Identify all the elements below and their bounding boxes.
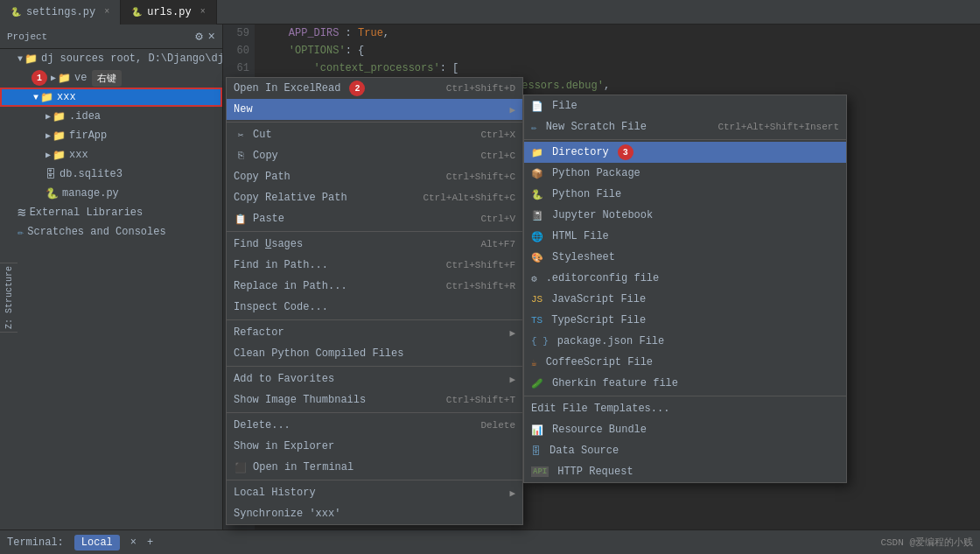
folder-icon-idea: 📁 <box>52 110 66 123</box>
resource-icon: 📊 <box>531 424 543 436</box>
menu-refactor[interactable]: Refactor ▶ <box>227 322 522 343</box>
submenu-resource-bundle[interactable]: 📊 Resource Bundle <box>524 419 846 440</box>
sidebar: Project ⚙ × ▼ 📁 dj sources root, D:\Djan… <box>0 25 223 554</box>
tab-close-urls[interactable]: × <box>200 7 206 17</box>
submenu-file-label: File <box>552 100 578 112</box>
submenu-coffee[interactable]: ☕ CoffeeScript File <box>524 352 846 373</box>
menu-find-usages-label: Find Usages <box>234 238 303 250</box>
menu-local-history[interactable]: Local History ▶ <box>227 482 522 503</box>
menu-add-favorites[interactable]: Add to Favorites ▶ <box>227 368 522 389</box>
submenu-gherkin[interactable]: 🥒 Gherkin feature file <box>524 373 846 394</box>
menu-synchronize[interactable]: Synchronize 'xxx' <box>227 503 522 524</box>
submenu-py-file[interactable]: 🐍 Python File <box>524 184 846 205</box>
submenu-html[interactable]: 🌐 HTML File <box>524 226 846 247</box>
sidebar-item-db[interactable]: 🗄 db.sqlite3 <box>0 165 222 184</box>
sidebar-item-extlibs[interactable]: ≋ External Libraries <box>0 203 222 222</box>
submenu-file[interactable]: 📄 File <box>524 95 846 116</box>
menu-find-in-path-shortcut: Ctrl+Shift+F <box>446 260 515 270</box>
right-click-label: 右键 <box>92 70 122 87</box>
line-num-59: 59 <box>223 25 249 42</box>
tab-close-settings[interactable]: × <box>104 7 109 17</box>
sidebar-item-firapp[interactable]: ▶ 📁 firApp <box>0 126 222 145</box>
menu-cut[interactable]: ✂ Cut Ctrl+X <box>227 124 522 145</box>
submenu-datasource[interactable]: 🗄 Data Source <box>524 440 846 461</box>
menu-open-terminal[interactable]: ⬛ Open in Terminal <box>227 457 522 478</box>
menu-find-in-path[interactable]: Find in Path... Ctrl+Shift+F <box>227 255 522 276</box>
sidebar-header: Project ⚙ × <box>0 25 222 49</box>
py-package-icon: 📦 <box>531 168 543 179</box>
submenu-jupyter[interactable]: 📓 Jupyter Notebook <box>524 205 846 226</box>
submenu-editorconfig[interactable]: ⚙ .editorconfig file <box>524 268 846 289</box>
menu-refactor-label: Refactor <box>234 326 284 339</box>
menu-copy[interactable]: ⎘ Copy Ctrl+C <box>227 145 522 166</box>
folder-icon-xxx: 📁 <box>40 91 53 104</box>
context-menu: Open In ExcelRead 2 Ctrl+Shift+D New ▶ ✂… <box>226 77 523 525</box>
sidebar-item-scratches[interactable]: ✏ Scratches and Consoles <box>0 222 222 242</box>
json-icon: { } <box>531 336 549 347</box>
submenu-datasource-label: Data Source <box>550 445 619 457</box>
folder-icon-ve: 📁 <box>58 72 71 85</box>
submenu-py-file-label: Python File <box>552 188 621 200</box>
close-tab-button[interactable]: × <box>130 536 136 549</box>
menu-replace-in-path[interactable]: Replace in Path... Ctrl+Shift+R <box>227 276 522 297</box>
menu-show-explorer[interactable]: Show in Explorer <box>227 436 522 457</box>
submenu-package-json[interactable]: { } package.json File <box>524 331 846 352</box>
separator-6 <box>227 480 522 480</box>
sidebar-item-managepy[interactable]: 🐍 manage.py <box>0 184 222 203</box>
sidebar-item-idea[interactable]: ▶ 📁 .idea <box>0 107 222 126</box>
py-icon-manage: 🐍 <box>46 187 59 200</box>
menu-delete-shortcut: Delete <box>480 420 515 431</box>
sidebar-gear-icon[interactable]: ⚙ <box>195 29 202 44</box>
arrow-xxx-sub: ▶ <box>46 150 51 160</box>
badge-1: 1 <box>32 70 47 86</box>
sidebar-item-ve[interactable]: 1 ▶ 📁 ve 右键 <box>0 68 222 88</box>
py-icon: 🐍 <box>10 7 21 18</box>
code-line-60: 'OPTIONS': { <box>263 42 971 60</box>
paste-icon: 📋 <box>234 212 248 226</box>
submenu-js[interactable]: JS JavaScript File <box>524 289 846 310</box>
arrow-xxx: ▼ <box>33 93 38 102</box>
menu-copy-relative-shortcut: Ctrl+Alt+Shift+C <box>423 193 515 203</box>
menu-open-excelread-label: Open In ExcelRead <box>234 82 340 95</box>
sidebar-close-icon[interactable]: × <box>208 30 215 44</box>
submenu-css[interactable]: 🎨 Stylesheet <box>524 247 846 268</box>
http-icon: API <box>531 466 549 477</box>
submenu-http[interactable]: API HTTP Request <box>524 461 846 482</box>
menu-copy-relative[interactable]: Copy Relative Path Ctrl+Alt+Shift+C <box>227 187 522 208</box>
submenu-new-scratch-shortcut: Ctrl+Alt+Shift+Insert <box>718 122 839 132</box>
submenu-coffee-label: CoffeeScript File <box>546 356 653 368</box>
submenu-edit-templates[interactable]: Edit File Templates... <box>524 398 846 419</box>
js-icon: JS <box>531 294 542 305</box>
tab-urls[interactable]: 🐍 urls.py × <box>121 0 216 25</box>
tab-settings[interactable]: 🐍 settings.py × <box>0 0 121 25</box>
menu-open-excelread[interactable]: Open In ExcelRead 2 Ctrl+Shift+D <box>227 78 522 99</box>
submenu-py-package[interactable]: 📦 Python Package <box>524 163 846 184</box>
menu-copy-relative-label: Copy Relative Path <box>234 192 347 204</box>
menu-synchronize-label: Synchronize 'xxx' <box>234 508 340 520</box>
menu-paste[interactable]: 📋 Paste Ctrl+V <box>227 208 522 229</box>
menu-new[interactable]: New ▶ <box>227 99 522 120</box>
menu-find-usages[interactable]: Find Usages Alt+F7 <box>227 234 522 255</box>
menu-cut-label: Cut <box>253 129 272 141</box>
sidebar-item-djroot[interactable]: ▼ 📁 dj sources root, D:\Django\dj <box>0 49 222 68</box>
menu-clean-compiled[interactable]: Clean Python Compiled Files <box>227 343 522 364</box>
menu-replace-in-path-shortcut: Ctrl+Shift+R <box>446 281 515 291</box>
menu-replace-in-path-label: Replace in Path... <box>234 280 347 292</box>
menu-show-thumbnails[interactable]: Show Image Thumbnails Ctrl+Shift+T <box>227 389 522 410</box>
submenu-directory[interactable]: 📁 Directory 3 <box>524 142 846 163</box>
badge-2: 2 <box>349 81 365 96</box>
menu-copy-path[interactable]: Copy Path Ctrl+Shift+C <box>227 166 522 187</box>
menu-delete[interactable]: Delete... Delete <box>227 415 522 436</box>
add-tab-button[interactable]: + <box>147 536 153 549</box>
structure-tab[interactable]: Z: Structure <box>0 263 18 333</box>
sidebar-item-xxx[interactable]: ▼ 📁 xxx <box>0 88 222 107</box>
submenu-ts[interactable]: TS TypeScript File <box>524 310 846 331</box>
submenu-new: 📄 File ✏ New Scratch File Ctrl+Alt+Shift… <box>523 95 847 483</box>
local-tab[interactable]: Local <box>74 535 120 550</box>
menu-inspect[interactable]: Inspect Code... <box>227 297 522 318</box>
submenu-new-scratch[interactable]: ✏ New Scratch File Ctrl+Alt+Shift+Insert <box>524 116 846 137</box>
sidebar-item-xxx-sub[interactable]: ▶ 📁 xxx <box>0 145 222 165</box>
terminal-label: Terminal: <box>7 536 64 549</box>
separator-3 <box>227 319 522 320</box>
badge-3: 3 <box>618 144 634 160</box>
